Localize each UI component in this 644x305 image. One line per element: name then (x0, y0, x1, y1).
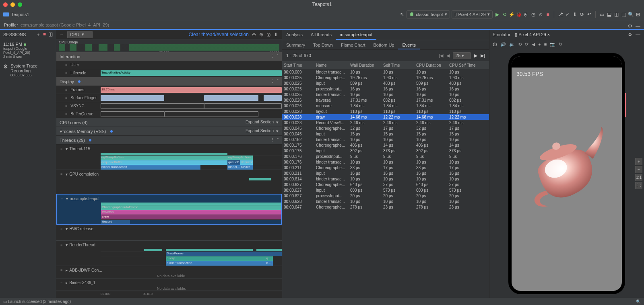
resource-icon[interactable]: ◫ (613, 12, 619, 17)
rotate-left-icon[interactable]: ⟲ (518, 42, 522, 47)
profile-icon[interactable]: ◷ (530, 12, 536, 17)
table-row[interactable]: 00:00.025processInput...16 µs16 µs16 µs1… (282, 86, 489, 92)
profiler-type-dropdown[interactable]: CPU ▾ (67, 31, 93, 38)
expand-session-icon[interactable]: ◫ (48, 31, 53, 38)
run-config-dropdown[interactable]: classic-teapot ▾ (407, 10, 450, 18)
table-row[interactable]: 00:00.045input15 µs15 µs15 µs15 µs (282, 131, 489, 137)
clear-selection-link[interactable]: Clear thread/event selection (189, 32, 249, 37)
stop-icon[interactable]: ■ (545, 12, 551, 17)
collapse-icon[interactable]: ˆ (277, 54, 279, 59)
section-display[interactable]: Display ⋮ˆ (56, 77, 282, 86)
subtab-bottomup[interactable]: Bottom Up (369, 40, 398, 49)
commit-icon[interactable]: ✓ (565, 12, 570, 17)
table-row[interactable]: 00:00.627processInput...20 µs20 µs20 µs2… (282, 193, 489, 199)
history-icon[interactable]: ⟳ (579, 12, 585, 17)
frames-bar[interactable]: 19.75 ms (101, 87, 282, 93)
zoom-fit-button[interactable]: ⛶ (635, 182, 642, 189)
apply-changes-icon[interactable]: ⟲ (502, 12, 507, 17)
back-button[interactable]: ← (60, 32, 64, 37)
tab-sample-teapot[interactable]: m.sample.teapot (336, 30, 376, 40)
layout-icon[interactable]: ⬚ (621, 12, 626, 17)
section-cpu-cores[interactable]: CPU cores (4)Expand Section ▾ (56, 118, 282, 127)
tab-profiler[interactable]: Profiler com.sample.teapot (Google Pixel… (0, 21, 113, 29)
zoom-in-icon[interactable]: ⊕ (259, 32, 263, 37)
power-icon[interactable]: ⏻ (493, 42, 497, 47)
thread-render[interactable]: ≡▾ RenderThread DrawFrame queryq... bind… (56, 241, 282, 266)
thread-sample-teapot[interactable]: ≡▾ m.sample.teapot Choreographer#doFrame… (56, 194, 282, 225)
col-wall[interactable]: Wall Duration (349, 63, 382, 68)
home-icon[interactable]: ● (538, 42, 541, 47)
pager-size-dropdown[interactable]: 25 ▾ (453, 52, 471, 59)
col-cpud[interactable]: CPU Duration (415, 63, 448, 68)
section-threads[interactable]: Threads (29)⋮ˆ (56, 136, 282, 145)
pager-next-icon[interactable]: ▶ (474, 53, 477, 58)
revert-icon[interactable]: ↶ (586, 12, 592, 17)
git-icon[interactable]: ⎇ (557, 12, 563, 17)
run-icon[interactable]: ▶ (494, 12, 500, 17)
table-row[interactable]: 00:00.211Choreographe...33 µs17 µs33 µs1… (282, 165, 489, 170)
pager-last-icon[interactable]: ▶| (481, 53, 485, 58)
col-name[interactable]: Name (314, 63, 349, 68)
table-row[interactable]: 00:00.614binder transac...10 µs10 µs10 µ… (282, 176, 489, 182)
back-icon[interactable]: ◀ (532, 42, 535, 47)
table-row[interactable]: 00:00.627Choreographe...640 µs37 µs640 µ… (282, 182, 489, 187)
collapse-icon[interactable]: ˆ (277, 137, 279, 143)
event-log-icon[interactable]: 🔍 (636, 299, 641, 304)
thread-115[interactable]: ≡▾ Thread-115 eglSwapBufferseglSwapBuffe… (56, 145, 282, 170)
screenshot-icon[interactable]: 📷 (550, 42, 555, 47)
subtab-summary[interactable]: Summary (282, 40, 309, 49)
pager-prev-icon[interactable]: ◀ (446, 53, 450, 58)
more-icon[interactable]: ⋮ (270, 79, 275, 84)
table-row[interactable]: 00:00.627input603 µs573 µs603 µs573 µs (282, 187, 489, 193)
table-row[interactable]: 00:00.162binder transac...10 µs10 µs10 µ… (282, 137, 489, 142)
table-row[interactable]: 00:00.025binder transac...10 µs10 µs10 µ… (282, 92, 489, 97)
thread-hwc-release[interactable]: ≡▾ HWC release (56, 225, 282, 241)
collapse-icon[interactable]: ˆ (277, 79, 279, 84)
trace-recording-item[interactable]: ⚙ System Trace Recording 00:00:37.635 (0, 61, 56, 80)
zoom-11-button[interactable]: 1:1 (635, 174, 642, 181)
profiler-settings-icon[interactable]: ⚙ (627, 23, 633, 29)
close-window-dot[interactable] (3, 2, 8, 7)
emulator-device-tab[interactable]: ▯ Pixel 4 API 29 × (515, 32, 550, 37)
pager-first-icon[interactable]: |◀ (439, 53, 443, 58)
nav-back-icon[interactable]: ↖ (399, 12, 405, 17)
snapshot-icon[interactable]: ↻ (559, 42, 562, 47)
more-icon[interactable]: ⋮ (270, 54, 275, 59)
coverage-icon[interactable]: ⛨ (523, 12, 529, 17)
more-icon[interactable]: ⋮ (270, 137, 275, 143)
zoom-out-button[interactable]: − (635, 166, 642, 173)
subtab-events[interactable]: Events (398, 40, 420, 49)
device-dropdown[interactable]: ▯ Pixel 4 API 29 ▾ (452, 10, 493, 18)
subtab-topdown[interactable]: Top Down (309, 40, 337, 49)
emulator-settings-icon[interactable]: ⚙ (627, 32, 633, 37)
update-icon[interactable]: ⬇ (572, 12, 578, 17)
avd-icon[interactable]: ▭ (599, 12, 605, 17)
table-row[interactable]: 00:00.628binder transac...10 µs10 µs10 µ… (282, 199, 489, 204)
table-row[interactable]: 00:00.028draw14.68 ms12.22 ms14.68 ms12.… (282, 114, 489, 120)
thread-gpu-completion[interactable]: ≡▾ GPU completion (56, 170, 282, 194)
volume-down-icon[interactable]: 🔉 (509, 42, 515, 47)
stop-session-icon[interactable]: ■ (43, 31, 46, 38)
tab-analysis[interactable]: Analysis (282, 30, 307, 40)
emulator-hide-icon[interactable]: — (635, 32, 641, 37)
table-row[interactable]: 00:00.175input392 µs373 µs392 µs373 µs (282, 148, 489, 154)
thread-adb[interactable]: ≡▸ ADB-JDWP Con... No data available. (56, 266, 282, 278)
volume-up-icon[interactable]: 🔊 (500, 42, 506, 47)
debug-icon[interactable]: 🐞 (516, 12, 522, 17)
table-row[interactable]: 00:00.025input509 µs483 µs509 µs483 µs (282, 80, 489, 86)
thread-binder[interactable]: ≡▸ Binder:3486_1 No data available. (56, 278, 282, 291)
attach-debugger-icon[interactable]: ⎋ (538, 12, 543, 17)
col-self[interactable]: Self Time (382, 63, 415, 68)
add-session-icon[interactable]: ＋ (36, 31, 41, 38)
profiler-hide-icon[interactable]: — (635, 23, 641, 29)
table-row[interactable]: 00:00.025Choreographe...19.75 ms1.93 ms1… (282, 75, 489, 80)
section-interaction[interactable]: Interaction ⋮ˆ (56, 52, 282, 61)
zoom-out-icon[interactable]: ⊖ (252, 32, 256, 37)
table-row[interactable]: 00:00.026traversal17.31 ms682 µs17.31 ms… (282, 97, 489, 103)
section-memory[interactable]: Process Memory (RSS)Expand Section ▾ (56, 127, 282, 136)
cpu-mini-chart[interactable] (59, 44, 279, 51)
pause-icon[interactable]: ⏸ (274, 32, 279, 37)
minimize-window-dot[interactable] (10, 2, 15, 7)
overview-icon[interactable]: ■ (544, 42, 547, 47)
table-row[interactable]: 00:00.028Record View#...2.46 ms2.46 ms2.… (282, 120, 489, 125)
